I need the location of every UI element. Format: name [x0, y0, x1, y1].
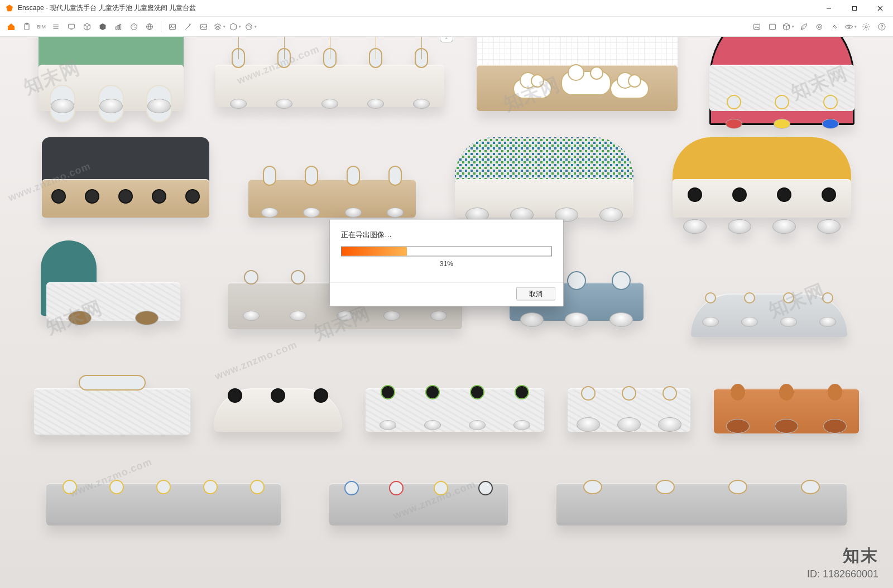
home-button[interactable]: [4, 20, 18, 33]
mirrors: [568, 386, 690, 401]
globe-icon[interactable]: [143, 20, 156, 33]
app-logo-icon: [4, 3, 15, 13]
image-alt-icon[interactable]: [197, 20, 210, 33]
chevron-down-icon: ▾: [854, 25, 857, 29]
cube-grid-icon[interactable]: ▾: [781, 20, 795, 33]
svg-rect-22: [770, 24, 776, 29]
image-icon[interactable]: [166, 20, 179, 33]
mirror: [203, 480, 218, 494]
leaf-icon[interactable]: [797, 20, 810, 33]
bear-mirror: [828, 384, 842, 401]
mirrors: [46, 480, 281, 494]
monitor-icon[interactable]: [65, 20, 78, 33]
render-viewport[interactable]: ⌃: [0, 37, 893, 588]
sinks: [673, 219, 851, 234]
image-outline-icon[interactable]: [766, 20, 779, 33]
mirror: [705, 292, 716, 303]
model-row: [0, 377, 893, 461]
title-text: Enscape - 现代儿童洗手台 儿童洗手池 儿童盥洗间 儿童台盆: [18, 3, 196, 13]
model-tile: [34, 388, 190, 461]
target-icon[interactable]: [813, 20, 826, 33]
document-title: 现代儿童洗手台 儿童洗手池 儿童盥洗间 儿童台盆: [50, 4, 196, 12]
mirror: [118, 189, 133, 204]
branding: 知末 ID: 1182660001: [807, 544, 878, 580]
model-row: [0, 472, 893, 561]
brand-name: 知末: [807, 544, 878, 567]
earth-dropdown-icon[interactable]: ▾: [244, 20, 257, 33]
sinks: [510, 312, 644, 327]
sinks: [39, 99, 184, 113]
model-tile: [215, 65, 444, 165]
title-bar: Enscape - 现代儿童洗手台 儿童洗手池 儿童盥洗间 儿童台盆: [0, 0, 893, 17]
model-tile: [673, 179, 851, 263]
clipboard-icon[interactable]: [20, 20, 33, 33]
mirror: [822, 292, 833, 303]
mirror: [156, 480, 171, 494]
stats-icon[interactable]: [112, 20, 125, 33]
sinks: [366, 420, 544, 430]
window-minimize-button[interactable]: [816, 0, 842, 17]
cube-dropdown-icon[interactable]: ▾: [228, 20, 242, 33]
model-tile: [556, 483, 847, 561]
mirror: [583, 480, 602, 494]
mirror: [109, 480, 124, 494]
model-tile: [714, 388, 859, 461]
mirror: [823, 95, 838, 109]
mirror: [152, 189, 166, 204]
mirror: [388, 166, 402, 186]
cloud-mirror: [610, 79, 649, 99]
mirror: [581, 386, 596, 401]
mirror: [185, 189, 200, 204]
mirror: [291, 270, 305, 285]
mirror: [314, 388, 328, 403]
mirror: [51, 189, 66, 204]
layers-icon[interactable]: ▾: [213, 20, 226, 33]
mirror: [344, 481, 359, 495]
mirrors: [714, 384, 859, 401]
mirror: [85, 189, 99, 204]
image-mountain-icon[interactable]: [750, 20, 764, 33]
sinks: [709, 119, 854, 129]
mirror: [801, 480, 820, 494]
mirror: [656, 480, 675, 494]
mirror: [434, 481, 448, 495]
magic-wand-icon[interactable]: [181, 20, 195, 33]
progress-percent: 31%: [341, 260, 552, 268]
link-icon[interactable]: [828, 20, 842, 33]
asset-id: ID: 1182660001: [807, 568, 878, 580]
toolbar-separator: [161, 21, 161, 32]
cube-solid-icon[interactable]: [96, 20, 109, 33]
sinks: [691, 317, 847, 327]
mirror: [662, 386, 677, 401]
bear-mirror: [731, 384, 745, 401]
svg-point-28: [881, 28, 882, 28]
mirror: [79, 375, 146, 391]
cloud-mirror: [561, 71, 611, 95]
svg-point-25: [848, 26, 850, 28]
cancel-button[interactable]: 取消: [516, 287, 555, 301]
model-tile: [46, 282, 180, 366]
list-icon[interactable]: [49, 20, 63, 33]
model-tile: [329, 483, 508, 561]
window-close-button[interactable]: [867, 0, 893, 17]
mirror: [567, 271, 586, 290]
counter: [34, 388, 190, 435]
help-icon[interactable]: [875, 20, 889, 33]
mirror: [775, 95, 789, 109]
chevron-down-icon: ▾: [223, 25, 225, 29]
eye-icon[interactable]: ▾: [844, 20, 857, 33]
settings-icon[interactable]: [860, 20, 873, 33]
cube-outline-icon[interactable]: [80, 20, 94, 33]
mirror: [244, 270, 258, 285]
mirror: [228, 388, 242, 403]
palette-icon[interactable]: [127, 20, 141, 33]
sinks: [714, 419, 859, 433]
mirror: [783, 292, 794, 303]
window-maximize-button[interactable]: [842, 0, 867, 17]
bear-mirror: [779, 384, 794, 401]
mirror: [271, 388, 285, 403]
mirrors: [42, 189, 209, 204]
chevron-down-icon: ▾: [239, 25, 241, 29]
bim-label: BIM: [36, 24, 47, 30]
toolbar: BIM ▾ ▾ ▾ ▾ ▾: [0, 17, 893, 37]
